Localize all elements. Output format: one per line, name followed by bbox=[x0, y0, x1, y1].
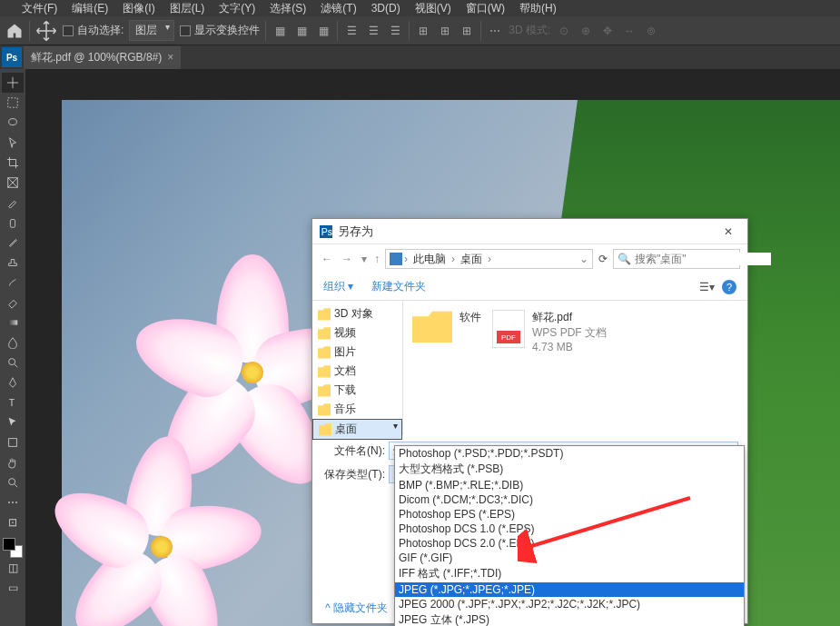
menu-type[interactable]: 文字(Y) bbox=[215, 0, 259, 17]
document-tab[interactable]: 鲜花.pdf @ 100%(RGB/8#) × bbox=[24, 46, 181, 69]
breadcrumb[interactable]: › 此电脑 › 桌面 › ⌄ bbox=[385, 249, 593, 269]
show-transform-checkbox[interactable]: 显示变换控件 bbox=[180, 23, 260, 38]
menu-window[interactable]: 窗口(W) bbox=[462, 0, 509, 17]
frame-tool[interactable] bbox=[2, 173, 24, 193]
tree-desktop[interactable]: 桌面 bbox=[312, 419, 402, 440]
tree-downloads[interactable]: 下载 bbox=[312, 381, 402, 400]
align-left-icon[interactable]: ▦ bbox=[272, 23, 288, 39]
blur-tool[interactable] bbox=[2, 333, 24, 353]
path-select-tool[interactable] bbox=[2, 412, 24, 432]
tree-pictures[interactable]: 图片 bbox=[312, 343, 402, 362]
screen-mode-icon[interactable]: ▭ bbox=[2, 578, 24, 598]
close-dialog-button[interactable]: ✕ bbox=[716, 224, 740, 240]
distribute-v-icon[interactable]: ⊞ bbox=[437, 23, 453, 39]
shape-tool[interactable] bbox=[2, 432, 24, 452]
heal-tool[interactable] bbox=[2, 213, 24, 233]
dialog-titlebar[interactable]: Ps 另存为 ✕ bbox=[312, 219, 747, 244]
auto-select-checkbox[interactable]: 自动选择: bbox=[63, 23, 124, 38]
refresh-icon[interactable]: ⟳ bbox=[598, 253, 608, 265]
type-tool[interactable]: T bbox=[2, 392, 24, 412]
format-option[interactable]: JPEG 2000 (*.JPF;*.JPX;*.JP2;*.J2C;*.J2K… bbox=[395, 597, 744, 611]
menu-select[interactable]: 选择(S) bbox=[266, 0, 310, 17]
list-item[interactable]: 软件 bbox=[412, 310, 481, 426]
close-tab-icon[interactable]: × bbox=[167, 51, 173, 64]
menu-view[interactable]: 视图(V) bbox=[411, 0, 455, 17]
format-option[interactable]: Photoshop DCS 1.0 (*.EPS) bbox=[395, 522, 744, 536]
pen-tool[interactable] bbox=[2, 373, 24, 392]
tree-documents[interactable]: 文档 bbox=[312, 362, 402, 381]
organize-menu[interactable]: 组织 ▾ bbox=[323, 279, 353, 294]
gradient-tool[interactable] bbox=[2, 313, 24, 333]
align-center-icon[interactable]: ▦ bbox=[293, 23, 310, 39]
distribute-space-icon[interactable]: ⊞ bbox=[459, 23, 475, 39]
folder-name: 软件 bbox=[460, 310, 481, 325]
quick-mask-icon[interactable]: ◫ bbox=[2, 558, 24, 578]
history-dropdown-icon[interactable]: ▾ bbox=[360, 251, 369, 267]
menu-filter[interactable]: 滤镜(T) bbox=[317, 0, 360, 17]
format-option[interactable]: Photoshop (*.PSD;*.PDD;*.PSDT) bbox=[395, 446, 744, 461]
folder-icon bbox=[318, 365, 331, 378]
search-input[interactable] bbox=[635, 253, 771, 265]
history-brush-tool[interactable] bbox=[2, 273, 24, 293]
color-swatch[interactable] bbox=[3, 538, 23, 558]
format-option[interactable]: Photoshop DCS 2.0 (*.EPS) bbox=[395, 536, 744, 551]
search-box[interactable]: 🔍 bbox=[613, 249, 740, 269]
align-bottom-icon[interactable]: ☰ bbox=[387, 23, 403, 39]
quick-select-tool[interactable] bbox=[2, 133, 24, 153]
move-tool[interactable] bbox=[2, 73, 24, 93]
edit-toolbar-icon[interactable]: ⊡ bbox=[2, 512, 24, 532]
help-icon[interactable]: ? bbox=[722, 280, 736, 294]
fg-color bbox=[3, 538, 15, 551]
stamp-tool[interactable] bbox=[2, 253, 24, 273]
format-option[interactable]: Dicom (*.DCM;*.DC3;*.DIC) bbox=[395, 492, 744, 507]
tree-3d-objects[interactable]: 3D 对象 bbox=[312, 304, 402, 323]
breadcrumb-sep: › bbox=[451, 253, 455, 265]
more-tools-icon[interactable]: ⋯ bbox=[2, 492, 24, 512]
menu-edit[interactable]: 编辑(E) bbox=[68, 0, 112, 17]
new-folder-button[interactable]: 新建文件夹 bbox=[371, 279, 426, 294]
crop-tool[interactable] bbox=[2, 153, 24, 173]
align-middle-icon[interactable]: ☰ bbox=[365, 23, 381, 39]
move-tool-icon[interactable] bbox=[35, 20, 57, 42]
document-tab-title: 鲜花.pdf @ 100%(RGB/8#) bbox=[31, 50, 162, 65]
nav-forward-icon[interactable]: → bbox=[340, 251, 354, 267]
eyedropper-tool[interactable] bbox=[2, 193, 24, 213]
format-option[interactable]: GIF (*.GIF) bbox=[395, 551, 744, 565]
format-option[interactable]: JPEG 立体 (*.JPS) bbox=[395, 611, 744, 626]
home-icon[interactable] bbox=[5, 22, 24, 40]
more-icon[interactable]: ⋯ bbox=[487, 23, 503, 39]
menu-image[interactable]: 图像(I) bbox=[119, 0, 158, 17]
tree-music[interactable]: 音乐 bbox=[312, 400, 402, 419]
menu-help[interactable]: 帮助(H) bbox=[516, 0, 560, 17]
auto-select-target[interactable]: 图层 bbox=[129, 20, 174, 41]
divider bbox=[337, 21, 338, 41]
brush-tool[interactable] bbox=[2, 233, 24, 253]
format-option[interactable]: Photoshop EPS (*.EPS) bbox=[395, 507, 744, 522]
hand-tool[interactable] bbox=[2, 452, 24, 472]
menu-file[interactable]: 文件(F) bbox=[18, 0, 61, 17]
marquee-tool[interactable] bbox=[2, 93, 24, 113]
align-top-icon[interactable]: ☰ bbox=[343, 23, 360, 39]
nav-up-icon[interactable]: ↑ bbox=[374, 253, 380, 265]
format-option[interactable]: IFF 格式 (*.IFF;*.TDI) bbox=[395, 565, 744, 582]
menu-3d[interactable]: 3D(D) bbox=[368, 1, 404, 15]
format-option[interactable]: 大型文档格式 (*.PSB) bbox=[395, 461, 744, 478]
breadcrumb-dropdown-icon[interactable]: ⌄ bbox=[579, 253, 588, 265]
distribute-h-icon[interactable]: ⊞ bbox=[415, 23, 431, 39]
format-option-jpeg[interactable]: JPEG (*.JPG;*.JPEG;*.JPE) bbox=[395, 582, 744, 597]
format-option[interactable]: BMP (*.BMP;*.RLE;*.DIB) bbox=[395, 478, 744, 492]
nav-back-icon[interactable]: ← bbox=[320, 251, 334, 267]
crumb-this-pc[interactable]: 此电脑 bbox=[410, 252, 450, 267]
lasso-tool[interactable] bbox=[2, 113, 24, 133]
zoom-tool[interactable] bbox=[2, 472, 24, 492]
view-mode-icon[interactable]: ☰▾ bbox=[699, 281, 715, 293]
tree-videos[interactable]: 视频 bbox=[312, 323, 402, 343]
menu-layer[interactable]: 图层(L) bbox=[166, 0, 209, 17]
file-list[interactable]: 软件 PDF 鲜花.pdf WPS PDF 文档 4.73 MB bbox=[403, 301, 747, 435]
eraser-tool[interactable] bbox=[2, 293, 24, 313]
align-right-icon[interactable]: ▦ bbox=[315, 23, 331, 39]
dodge-tool[interactable] bbox=[2, 353, 24, 373]
list-item[interactable]: PDF 鲜花.pdf WPS PDF 文档 4.73 MB bbox=[492, 310, 607, 426]
crumb-desktop[interactable]: 桌面 bbox=[457, 252, 486, 267]
pdf-icon: PDF bbox=[492, 310, 525, 348]
